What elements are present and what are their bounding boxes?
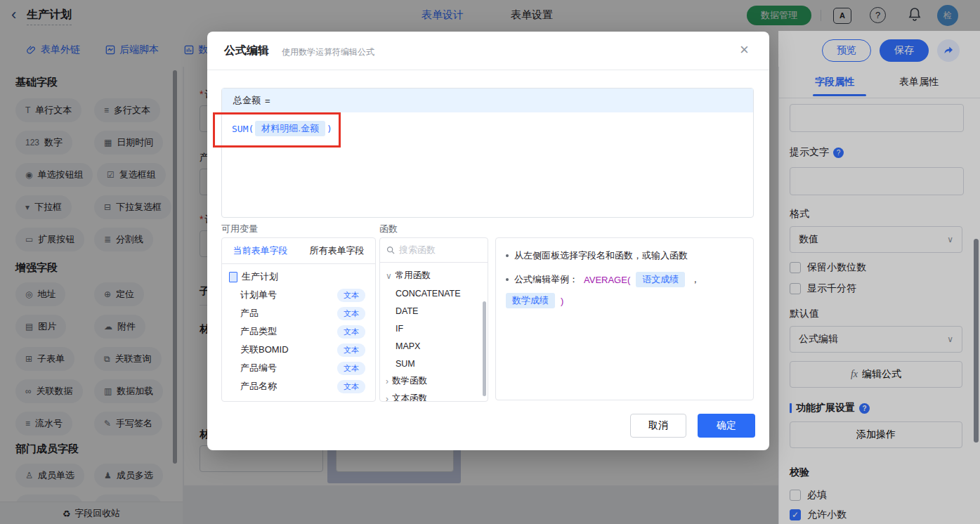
search-placeholder: 搜索函数 <box>399 244 436 256</box>
bullet-dot <box>506 254 509 257</box>
variable-item[interactable]: 产品名称文本 <box>222 377 375 395</box>
chevron-right-icon: › <box>386 376 388 386</box>
help-bullet-1: 从左侧面板选择字段名和函数，或输入函数 <box>506 249 743 262</box>
variables-label: 可用变量 <box>221 223 258 235</box>
type-tag: 文本 <box>337 362 365 375</box>
annotation-red-box <box>213 112 341 148</box>
form-doc-icon <box>229 272 237 282</box>
formula-help-panel: 从左侧面板选择字段名和函数，或输入函数 公式编辑举例： AVERAGE( 语文成… <box>495 237 754 400</box>
modal-mask <box>778 31 980 524</box>
type-tag: 文本 <box>337 307 365 320</box>
example-close-paren: ) <box>561 296 563 306</box>
variables-tree-root[interactable]: 生产计划 <box>222 264 375 286</box>
function-group-math[interactable]: › 数学函数 <box>380 372 488 390</box>
tab-current-form-fields[interactable]: 当前表单字段 <box>222 244 299 257</box>
type-tag: 文本 <box>337 289 365 302</box>
function-search-input[interactable]: 搜索函数 <box>380 238 488 263</box>
function-item[interactable]: DATE <box>380 302 488 320</box>
cancel-button[interactable]: 取消 <box>630 414 686 438</box>
variable-item[interactable]: 产品编号文本 <box>222 359 375 377</box>
formula-target-field: 总金额 <box>233 94 261 107</box>
help-bullet-2: 公式编辑举例： AVERAGE( 语文成绩 ， 数学成绩 ) <box>506 272 743 308</box>
app-root: ‹ 生产计划 表单设计 表单设置 数据管理 A ? 检 表单外链 后端脚本 数据… <box>0 0 980 524</box>
functions-scrollbar[interactable] <box>483 301 486 396</box>
type-tag: 文本 <box>337 325 365 339</box>
modal-title: 公式编辑 <box>224 44 269 58</box>
modal-subtitle: 使用数学运算符编辑公式 <box>282 46 374 58</box>
modal-mask <box>0 0 980 31</box>
formula-editor-box[interactable]: 总金额 = SUM( 材料明细.金额 ) <box>221 88 754 218</box>
chevron-right-icon: › <box>386 394 388 402</box>
variable-item[interactable]: 计划单号文本 <box>222 286 375 304</box>
search-icon <box>386 246 395 254</box>
functions-panel: 搜索函数 ∨ 常用函数 CONCATENATE DATE IF MAPX SUM… <box>379 237 488 402</box>
function-item[interactable]: MAPX <box>380 337 488 355</box>
example-field-chip: 数学成绩 <box>506 293 555 308</box>
type-tag: 文本 <box>337 380 365 393</box>
example-function-name: AVERAGE( <box>584 275 630 285</box>
formula-editor-modal: 公式编辑 使用数学运算符编辑公式 × 总金额 = SUM( 材料明细.金额 ) … <box>207 32 769 450</box>
variable-item[interactable]: 产品类型文本 <box>222 322 375 341</box>
variables-tabs: 当前表单字段 所有表单字段 <box>222 238 375 264</box>
function-item[interactable]: CONCATENATE <box>380 284 488 302</box>
example-field-chip: 语文成绩 <box>636 272 685 287</box>
type-tag: 文本 <box>337 343 365 357</box>
bullet-dot <box>506 278 509 281</box>
formula-target-bar: 总金额 = <box>222 89 753 112</box>
variable-item[interactable]: 关联BOMID文本 <box>222 341 375 359</box>
close-icon[interactable]: × <box>740 41 749 59</box>
tab-all-form-fields[interactable]: 所有表单字段 <box>299 244 375 257</box>
function-item[interactable]: SUM <box>380 355 488 372</box>
modal-header-divider <box>207 70 769 70</box>
function-group-text[interactable]: › 文本函数 <box>380 390 488 402</box>
chevron-down-icon: ∨ <box>386 271 392 281</box>
variable-item[interactable]: 产品文本 <box>222 304 375 322</box>
confirm-button[interactable]: 确定 <box>698 414 755 438</box>
equals-sign: = <box>265 96 270 106</box>
functions-label: 函数 <box>379 223 398 235</box>
variables-panel: 当前表单字段 所有表单字段 生产计划 计划单号文本 产品文本 产品类型文本 关联… <box>221 237 376 402</box>
function-group-common[interactable]: ∨ 常用函数 <box>380 267 488 284</box>
function-item[interactable]: IF <box>380 320 488 337</box>
